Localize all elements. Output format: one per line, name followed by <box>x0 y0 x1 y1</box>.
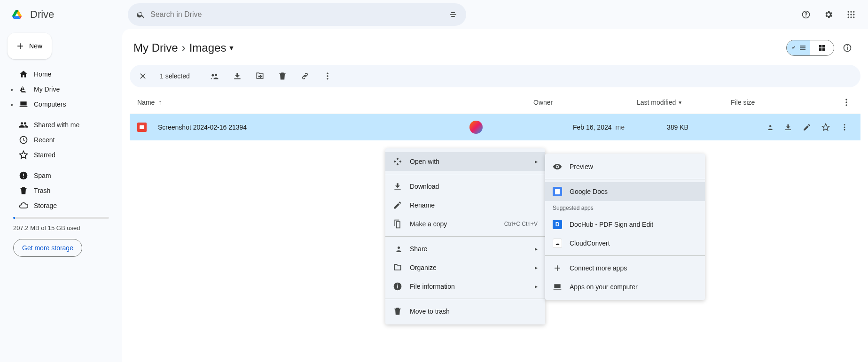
menu-organize[interactable]: Organize ▸ <box>385 258 545 277</box>
new-button[interactable]: + New <box>8 33 52 59</box>
row-star-icon[interactable] <box>817 119 834 136</box>
grid-view-button[interactable] <box>810 40 834 55</box>
computer-icon <box>19 100 28 109</box>
svg-point-14 <box>845 104 847 106</box>
menu-trash[interactable]: Move to trash <box>385 302 545 321</box>
people-icon <box>19 120 28 130</box>
column-size[interactable]: File size <box>731 99 825 106</box>
sidebar-item-computers[interactable]: Computers <box>8 97 115 112</box>
column-name[interactable]: Name↑ <box>137 99 533 106</box>
file-name: Screenshot 2024-02-16 21394 <box>158 123 247 131</box>
table-row[interactable]: Screenshot 2024-02-16 21394 Feb 16, 2024… <box>130 114 860 140</box>
clock-icon <box>19 135 28 145</box>
svg-point-5 <box>853 14 854 15</box>
rename-icon <box>393 200 402 210</box>
content-area: My Drive › Images ▼ 1 selected <box>122 29 868 362</box>
menu-open-with[interactable]: Open with ▸ <box>385 152 545 171</box>
info-icon <box>393 282 402 291</box>
sort-arrow-icon: ↑ <box>158 99 162 106</box>
open-with-submenu: Preview Google Docs Suggested apps D Doc… <box>545 154 705 300</box>
download-icon[interactable] <box>228 67 247 85</box>
settings-icon[interactable] <box>819 5 838 24</box>
submenu-cloudconvert[interactable]: ☁ CloudConvert <box>545 234 705 253</box>
owner-avatar <box>469 121 483 134</box>
sidebar-item-trash[interactable]: Trash <box>8 183 115 198</box>
eye-icon <box>553 162 562 171</box>
selection-count: 1 selected <box>156 72 194 80</box>
copy-icon <box>393 219 402 229</box>
logo-area: Drive <box>8 5 122 24</box>
storage-bar <box>13 217 109 219</box>
plus-icon <box>553 263 562 273</box>
sidebar-item-mydrive[interactable]: My Drive <box>8 82 115 97</box>
link-icon[interactable] <box>296 67 314 85</box>
more-icon[interactable] <box>318 67 337 85</box>
submenu-computer-apps[interactable]: Apps on your computer <box>545 277 705 296</box>
sidebar-item-shared[interactable]: Shared with me <box>8 117 115 132</box>
svg-point-0 <box>848 11 849 13</box>
submenu-google-docs[interactable]: Google Docs <box>545 182 705 201</box>
svg-point-7 <box>850 16 852 18</box>
svg-point-15 <box>844 124 845 125</box>
svg-point-17 <box>844 129 845 131</box>
sidebar-item-storage[interactable]: Storage <box>8 198 115 213</box>
chevron-right-icon: ▸ <box>535 158 538 165</box>
row-download-icon[interactable] <box>780 119 797 136</box>
menu-download[interactable]: Download <box>385 177 545 196</box>
sidebar-item-home[interactable]: Home <box>8 67 115 82</box>
submenu-dochub[interactable]: D DocHub - PDF Sign and Edit <box>545 215 705 234</box>
search-options-icon[interactable] <box>444 5 462 24</box>
chevron-right-icon: › <box>182 41 186 54</box>
breadcrumb-root[interactable]: My Drive <box>133 41 178 54</box>
sidebar-item-label: Starred <box>34 151 55 159</box>
sidebar: + New Home My Drive Computers Shared wit… <box>0 29 122 362</box>
menu-rename[interactable]: Rename <box>385 196 545 215</box>
sidebar-item-starred[interactable]: Starred <box>8 147 115 162</box>
trash-icon <box>393 307 402 316</box>
svg-point-6 <box>848 16 849 18</box>
apps-icon[interactable] <box>842 5 860 24</box>
folder-icon <box>393 263 402 272</box>
share-icon[interactable] <box>205 67 224 85</box>
row-share-icon[interactable] <box>761 119 778 136</box>
column-owner[interactable]: Owner <box>533 99 637 106</box>
clear-selection-icon[interactable] <box>133 67 152 85</box>
svg-point-13 <box>845 101 847 103</box>
move-icon[interactable] <box>250 67 269 85</box>
breadcrumb-current[interactable]: Images ▼ <box>189 41 235 54</box>
menu-make-copy[interactable]: Make a copy Ctrl+C Ctrl+V <box>385 215 545 233</box>
context-menu: Open with ▸ Download Rename Make a copy … <box>385 148 545 324</box>
table-header: Name↑ Owner Last modified▼ File size <box>130 91 860 114</box>
sidebar-item-label: Computers <box>34 100 66 108</box>
file-table: Name↑ Owner Last modified▼ File size Scr… <box>130 91 860 140</box>
product-name[interactable]: Drive <box>30 8 54 21</box>
share-icon <box>393 244 402 254</box>
sidebar-item-label: Trash <box>34 187 50 194</box>
drive-logo-icon[interactable] <box>8 5 26 24</box>
sidebar-item-spam[interactable]: Spam <box>8 168 115 183</box>
menu-file-info[interactable]: File information ▸ <box>385 277 545 296</box>
open-with-icon <box>393 157 402 166</box>
list-view-button[interactable] <box>787 40 810 55</box>
sidebar-item-recent[interactable]: Recent <box>8 132 115 147</box>
search-input[interactable] <box>150 10 444 19</box>
star-icon <box>19 150 28 160</box>
menu-share[interactable]: Share ▸ <box>385 239 545 258</box>
svg-point-4 <box>850 14 852 15</box>
get-more-storage-button[interactable]: Get more storage <box>13 239 82 257</box>
info-icon[interactable] <box>838 39 857 57</box>
help-icon[interactable] <box>797 5 815 24</box>
row-more-icon[interactable] <box>836 119 853 136</box>
svg-point-8 <box>853 16 854 18</box>
column-modified[interactable]: Last modified▼ <box>637 99 731 106</box>
home-icon <box>19 69 28 79</box>
submenu-connect-apps[interactable]: Connect more apps <box>545 259 705 277</box>
row-rename-icon[interactable] <box>798 119 815 136</box>
more-icon[interactable] <box>840 96 853 109</box>
delete-icon[interactable] <box>273 67 292 85</box>
search-icon[interactable] <box>132 5 150 24</box>
submenu-preview[interactable]: Preview <box>545 157 705 176</box>
breadcrumb: My Drive › Images ▼ <box>133 41 235 54</box>
spam-icon <box>19 171 28 180</box>
dochub-icon: D <box>553 220 562 229</box>
